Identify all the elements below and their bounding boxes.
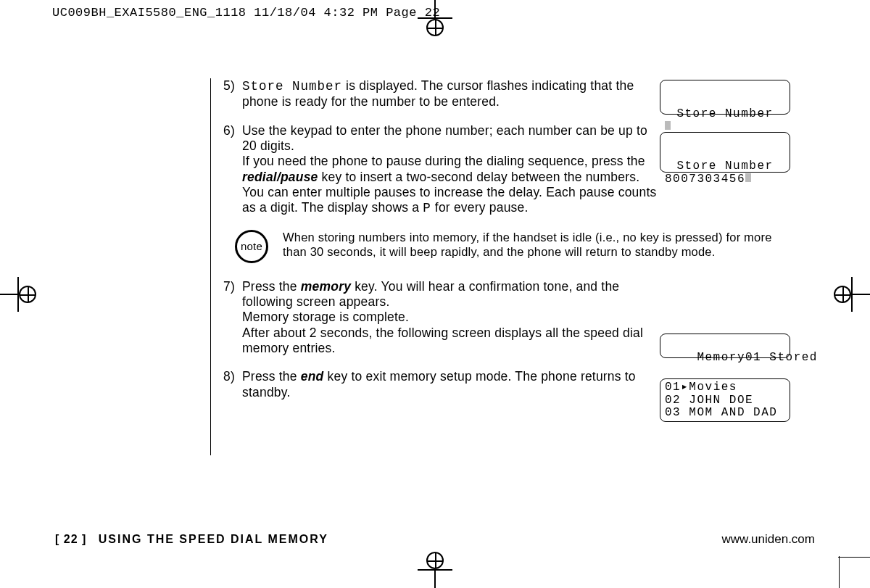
step-number: 5)	[223, 78, 242, 110]
cursor-icon	[745, 173, 751, 182]
lcd-line: 03 MOM AND DAD	[665, 406, 777, 419]
step-text: After about 2 seconds, the following scr…	[242, 326, 643, 355]
note-text: When storing numbers into memory, if the…	[283, 230, 790, 260]
lcd-line: Store Number	[665, 108, 785, 121]
note-block: note When storing numbers into memory, i…	[235, 230, 796, 263]
key-name-memory: memory	[301, 279, 351, 294]
section-title: USING THE SPEED DIAL MEMORY	[99, 533, 328, 545]
step-text: Press the	[242, 279, 301, 294]
step-number: 6)	[223, 123, 242, 217]
lcd-line: 02 JOHN DOE	[665, 394, 753, 407]
lcd-store-number-empty: Store Number	[660, 80, 790, 115]
lcd-memory-list: 01▸Movies 02 JOHN DOE 03 MOM AND DAD	[660, 378, 790, 422]
key-name-redial-pause: redial/pause	[242, 170, 318, 184]
step-text: Use the keypad to enter the phone number…	[242, 123, 647, 153]
page-number: [ 22 ]	[55, 533, 86, 545]
lcd-line: 01▸Movies	[665, 381, 737, 394]
step-number: 8)	[223, 369, 242, 400]
lcd-memory-stored: Memory01 Stored	[660, 334, 790, 358]
step-text: for every pause.	[431, 200, 529, 215]
key-name-end: end	[301, 369, 324, 384]
step-text: Press the	[242, 369, 301, 384]
inline-lcd-text: P	[423, 201, 431, 215]
page-footer: [ 22 ] USING THE SPEED DIAL MEMORY www.u…	[55, 532, 815, 547]
prepress-slug: UC009BH_EXAI5580_ENG_1118 11/18/04 4:32 …	[52, 6, 440, 20]
lcd-store-number-filled: Store Number8007303456	[660, 132, 790, 173]
step-text: Memory storage is complete.	[242, 310, 409, 324]
step-text: If you need the phone to pause during th…	[242, 154, 645, 168]
inline-lcd-text: Store Number	[242, 79, 342, 94]
lcd-line: Memory01 Stored	[697, 351, 818, 364]
footer-url: www.uniden.com	[721, 532, 815, 547]
cursor-icon	[665, 121, 671, 130]
step-number: 7)	[223, 279, 242, 357]
note-icon: note	[235, 230, 268, 263]
lcd-line: 8007303456	[665, 173, 745, 186]
lcd-line: Store Number	[665, 160, 785, 173]
